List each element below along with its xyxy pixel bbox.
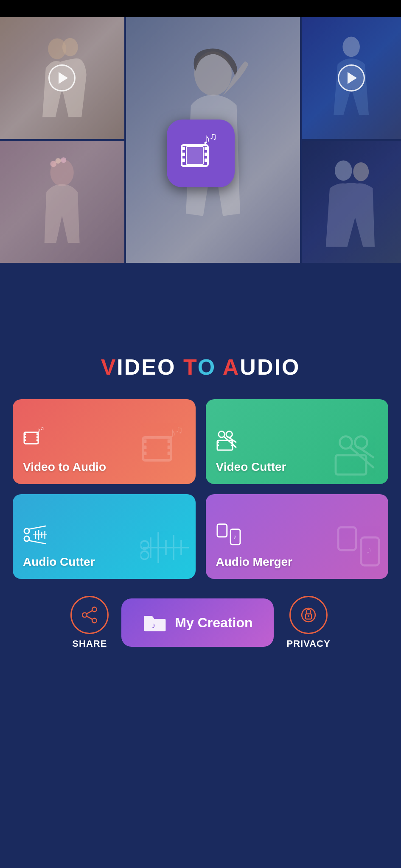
play-button-3[interactable] bbox=[338, 64, 365, 92]
svg-rect-30 bbox=[24, 433, 26, 435]
svg-rect-32 bbox=[24, 440, 26, 441]
audio-cutter-icon bbox=[23, 522, 185, 549]
svg-point-3 bbox=[343, 36, 360, 57]
main-content: VIDEO TO AUDIO ♪ ♫ bbox=[0, 263, 401, 844]
svg-text:♫: ♫ bbox=[40, 427, 44, 431]
bottom-actions: SHARE ♪ My Creation PRIVACY bbox=[13, 596, 388, 649]
title-udio: UDIO bbox=[240, 355, 300, 379]
bottom-spacer bbox=[13, 649, 388, 819]
svg-rect-17 bbox=[186, 147, 203, 164]
svg-text:♫: ♫ bbox=[209, 132, 217, 142]
svg-point-76 bbox=[93, 618, 97, 623]
svg-point-75 bbox=[93, 607, 97, 612]
svg-point-81 bbox=[302, 608, 315, 622]
svg-rect-29 bbox=[24, 432, 38, 444]
title-a: A bbox=[223, 355, 240, 379]
svg-rect-31 bbox=[24, 437, 26, 438]
svg-line-78 bbox=[87, 610, 93, 614]
svg-rect-51 bbox=[230, 445, 232, 446]
svg-rect-15 bbox=[205, 153, 208, 156]
svg-rect-12 bbox=[182, 153, 185, 156]
svg-point-8 bbox=[335, 160, 352, 181]
card-label-audio-cutter: Audio Cutter bbox=[23, 555, 185, 569]
photo-cell-couple bbox=[0, 17, 124, 139]
svg-point-44 bbox=[226, 431, 232, 437]
svg-rect-50 bbox=[230, 442, 232, 443]
svg-point-6 bbox=[56, 158, 61, 164]
status-bar bbox=[0, 0, 401, 17]
title-ideo: IDEO bbox=[117, 355, 176, 379]
card-label-video-audio: Video to Audio bbox=[23, 460, 185, 474]
svg-rect-35 bbox=[36, 440, 38, 441]
svg-rect-16 bbox=[205, 159, 208, 162]
app-title: VIDEO TO AUDIO bbox=[13, 263, 388, 399]
feature-cards-grid: ♪ ♫ ♪ ♫ Video to Audio bbox=[13, 399, 388, 579]
card-video-to-audio[interactable]: ♪ ♫ ♪ ♫ Video to Audio bbox=[13, 399, 196, 484]
share-circle bbox=[70, 596, 109, 634]
card-audio-merger[interactable]: ♪ ♪ Audio Merger bbox=[206, 494, 389, 579]
svg-line-79 bbox=[87, 616, 93, 620]
card-video-cutter[interactable]: Video Cutter bbox=[206, 399, 389, 484]
my-creation-button[interactable]: ♪ My Creation bbox=[121, 598, 274, 647]
svg-rect-11 bbox=[182, 147, 185, 150]
svg-rect-49 bbox=[217, 445, 219, 446]
svg-rect-13 bbox=[182, 159, 185, 162]
card-label-audio-merger: Audio Merger bbox=[216, 555, 379, 569]
title-v: V bbox=[101, 355, 117, 379]
svg-point-61 bbox=[24, 536, 29, 541]
share-button[interactable]: SHARE bbox=[70, 596, 109, 649]
audio-merger-icon: ♪ bbox=[216, 522, 379, 549]
privacy-circle bbox=[289, 596, 328, 634]
app-icon: ♪ ♫ bbox=[167, 120, 235, 187]
svg-rect-48 bbox=[217, 442, 219, 443]
play-button-1[interactable] bbox=[48, 64, 76, 92]
svg-rect-34 bbox=[36, 437, 38, 438]
my-creation-label: My Creation bbox=[175, 615, 252, 631]
folder-music-icon: ♪ bbox=[143, 610, 167, 635]
video-audio-icon: ♪ ♫ bbox=[23, 427, 185, 454]
svg-line-63 bbox=[28, 540, 46, 544]
svg-point-9 bbox=[353, 162, 369, 181]
card-audio-cutter[interactable]: Audio Cutter bbox=[13, 494, 196, 579]
photo-cell-blue-woman bbox=[302, 17, 401, 139]
svg-text:♪: ♪ bbox=[233, 533, 236, 540]
svg-point-7 bbox=[61, 157, 67, 163]
photo-cell-wedding-couple bbox=[302, 141, 401, 263]
card-label-video-cutter: Video Cutter bbox=[216, 460, 379, 474]
title-o-letter: O bbox=[198, 355, 216, 379]
svg-rect-72 bbox=[217, 524, 227, 537]
svg-point-77 bbox=[83, 613, 87, 618]
title-t: T bbox=[183, 355, 198, 379]
video-cutter-icon bbox=[216, 427, 379, 454]
svg-point-60 bbox=[24, 529, 29, 534]
photo-grid: ♪ ♫ bbox=[0, 17, 401, 263]
photo-cell-flower-girl bbox=[0, 141, 124, 263]
share-label: SHARE bbox=[72, 638, 107, 649]
svg-point-1 bbox=[62, 38, 78, 56]
svg-line-62 bbox=[28, 526, 46, 529]
privacy-label: PRIVACY bbox=[286, 638, 330, 649]
svg-text:♪: ♪ bbox=[152, 621, 156, 630]
privacy-button[interactable]: PRIVACY bbox=[286, 596, 330, 649]
svg-point-83 bbox=[308, 615, 309, 617]
